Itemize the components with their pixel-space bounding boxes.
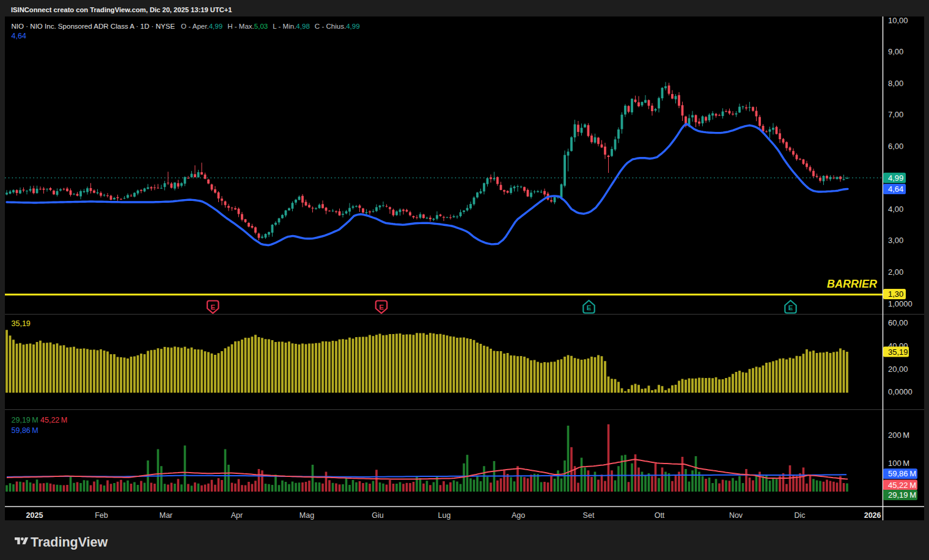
svg-text:100 M: 100 M — [888, 459, 909, 468]
svg-text:Feb: Feb — [95, 511, 108, 520]
svg-text:1,30: 1,30 — [888, 289, 903, 299]
svg-text:Mar: Mar — [160, 511, 173, 520]
svg-text:45,22 M: 45,22 M — [888, 481, 916, 490]
svg-text:45,22 M: 45,22 M — [40, 416, 67, 424]
svg-text:200 M: 200 M — [888, 431, 909, 440]
svg-text:E: E — [587, 304, 592, 311]
svg-text:BARRIER: BARRIER — [827, 278, 877, 290]
svg-text:3,00: 3,00 — [888, 236, 903, 245]
svg-text:1,0000: 1,0000 — [888, 299, 912, 308]
svg-text:10,00: 10,00 — [888, 16, 908, 25]
svg-text:9,00: 9,00 — [888, 47, 903, 56]
svg-text:ISINConnect creato con Trading: ISINConnect creato con TradingView.com, … — [11, 6, 232, 13]
svg-text:2026: 2026 — [864, 511, 881, 520]
svg-text:60,00: 60,00 — [888, 318, 908, 327]
svg-text:35,19: 35,19 — [888, 347, 908, 357]
svg-text:7,00: 7,00 — [888, 110, 903, 119]
svg-text:29,19 M: 29,19 M — [12, 416, 39, 424]
svg-text:8,00: 8,00 — [888, 79, 903, 88]
svg-text:E: E — [379, 304, 384, 311]
svg-text:E: E — [788, 304, 793, 311]
svg-text:4,64: 4,64 — [888, 184, 903, 194]
svg-text:59,86 M: 59,86 M — [888, 469, 916, 478]
svg-text:0,0000: 0,0000 — [888, 387, 912, 396]
svg-text:Set: Set — [583, 511, 595, 520]
svg-text:E: E — [210, 304, 215, 311]
svg-text:6,00: 6,00 — [888, 142, 903, 151]
svg-text:TradingView: TradingView — [31, 535, 108, 550]
svg-text:2,00: 2,00 — [888, 267, 903, 277]
svg-text:35,19: 35,19 — [12, 319, 31, 328]
svg-text:Giu: Giu — [372, 511, 384, 520]
svg-text:4,99: 4,99 — [888, 173, 903, 183]
svg-text:4,64: 4,64 — [12, 32, 26, 40]
svg-text:Ott: Ott — [655, 511, 665, 520]
svg-text:Ago: Ago — [512, 511, 525, 520]
svg-text:Mag: Mag — [299, 511, 314, 520]
svg-text:Nov: Nov — [729, 511, 743, 520]
svg-text:Dic: Dic — [795, 511, 806, 520]
svg-text:2025: 2025 — [26, 511, 43, 520]
svg-text:20,00: 20,00 — [888, 365, 908, 374]
svg-text:Lug: Lug — [438, 511, 451, 520]
svg-text:4,00: 4,00 — [888, 205, 903, 214]
svg-text:NIO · NIO Inc. Sponsored ADR C: NIO · NIO Inc. Sponsored ADR Class A · 1… — [12, 23, 360, 30]
svg-text:29,19 M: 29,19 M — [888, 490, 916, 500]
svg-text:59,86 M: 59,86 M — [12, 426, 39, 435]
svg-text:Apr: Apr — [231, 511, 243, 520]
